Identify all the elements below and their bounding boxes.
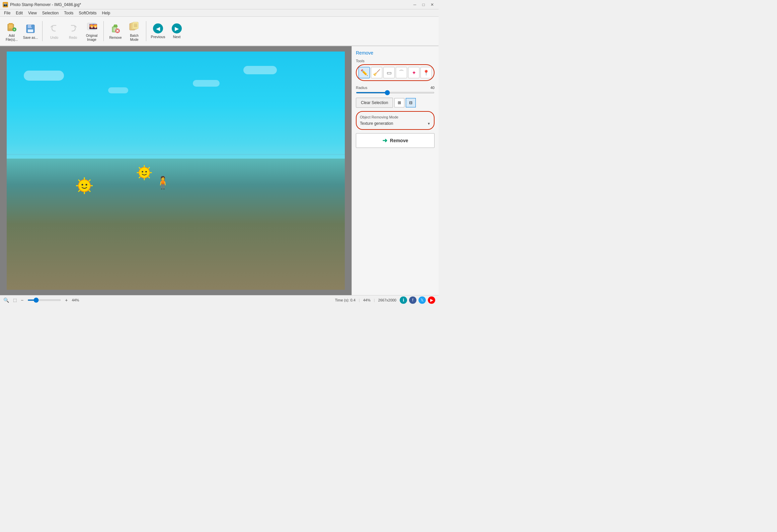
add-files-button[interactable]: + Add File(s)... [3, 18, 21, 44]
previous-icon: ◀ [153, 23, 163, 33]
undo-button[interactable]: Undo [45, 18, 63, 44]
twitter-icon[interactable]: 𝕏 [418, 296, 426, 304]
magic-wand-tool-button[interactable]: ✦ [408, 67, 419, 78]
zoom-status: 44% [363, 298, 371, 302]
emoji-sun-1 [74, 176, 94, 199]
zoom-slider[interactable] [27, 299, 61, 301]
cloud-3 [243, 66, 277, 74]
time-status: Time (s): 0.4 [335, 298, 355, 302]
svg-line-36 [78, 190, 80, 192]
select-shrink-button[interactable]: ⊟ [406, 98, 416, 107]
emoji-sun-2 [135, 164, 153, 185]
zoom-plus-button[interactable]: + [65, 297, 68, 303]
water [7, 159, 345, 290]
magic-wand-icon: ✦ [412, 70, 416, 76]
facebook-icon[interactable]: f [409, 296, 416, 304]
menu-edit[interactable]: Edit [13, 10, 25, 16]
menu-help[interactable]: Help [99, 10, 113, 16]
next-icon: ▶ [172, 23, 182, 33]
menu-file[interactable]: File [1, 10, 13, 16]
rect-select-tool-button[interactable]: ▭ [383, 67, 395, 78]
cloud-4 [108, 87, 128, 93]
svg-point-37 [82, 184, 83, 186]
mode-value: Texture generation [360, 121, 426, 126]
batch-mode-button[interactable]: Batch Mode [125, 18, 143, 44]
statusbar: 🔍 ⬚ − + 44% Time (s): 0.4 | 44% | 2667x2… [0, 295, 439, 304]
previous-label: Previous [151, 35, 165, 39]
original-image-button[interactable]: 🌄 🌄 Original Image [83, 18, 101, 44]
redo-icon [67, 23, 79, 35]
photo-bg: 🧍 [7, 52, 345, 290]
svg-point-39 [139, 167, 150, 178]
select-icon: ⬚ [13, 298, 17, 302]
add-files-icon: + [6, 21, 18, 33]
select-expand-button[interactable]: ⊞ [394, 98, 404, 107]
svg-point-48 [142, 171, 143, 173]
dimensions-status: 2667x2000 [378, 298, 396, 302]
mode-select-row[interactable]: Texture generation ▼ [360, 121, 431, 126]
radius-section: Radius 40 [356, 84, 435, 94]
svg-text:🌄: 🌄 [92, 24, 97, 29]
toolbar-separator-3 [146, 21, 146, 41]
canvas-area[interactable]: 🧍 [0, 46, 352, 295]
zoom-minus-button[interactable]: − [21, 297, 23, 303]
close-button[interactable]: ✕ [429, 2, 436, 8]
info-icon[interactable]: ℹ [400, 296, 407, 304]
save-as-button[interactable]: Save as... [21, 18, 40, 44]
svg-line-44 [139, 167, 141, 169]
cloud-1 [24, 71, 64, 81]
remove-arrow-icon: ➜ [382, 137, 387, 144]
eraser-tool-button[interactable]: 🧹 [371, 67, 382, 78]
add-files-label: Add File(s)... [4, 34, 19, 42]
pencil-tool-button[interactable]: ✏️ [359, 67, 370, 78]
menubar: File Edit View Selection Tools SoftOrbit… [0, 9, 439, 17]
mode-section: Object Removing Mode Texture generation … [356, 111, 435, 130]
toolbar-separator-1 [42, 21, 43, 41]
horizon [7, 154, 345, 155]
svg-text:+: + [13, 28, 15, 31]
remove-icon [109, 23, 122, 35]
remove-title: Remove [356, 50, 373, 56]
remove-toolbar-button[interactable]: Remove [106, 18, 125, 44]
remove-button-label: Remove [390, 138, 408, 143]
toolbar: + Add File(s)... Save as... Undo [0, 17, 439, 46]
social-icons: ℹ f 𝕏 ▶ [400, 296, 435, 304]
next-button[interactable]: ▶ Next [168, 18, 186, 44]
svg-point-49 [145, 171, 147, 173]
svg-point-38 [86, 184, 87, 186]
right-panel: Remove Tools ✏️ 🧹 ▭ ⌒ ✦ [352, 46, 439, 295]
selection-tools-row: Clear Selection ⊞ ⊟ [356, 98, 435, 108]
previous-button[interactable]: ◀ Previous [149, 18, 167, 44]
tools-section: Tools ✏️ 🧹 ▭ ⌒ ✦ 📍 [356, 59, 435, 81]
mode-label: Object Removing Mode [360, 115, 431, 119]
menu-view[interactable]: View [25, 10, 40, 16]
radius-value: 40 [431, 86, 435, 90]
radius-slider[interactable] [356, 92, 435, 93]
tools-label: Tools [356, 59, 435, 63]
lasso-icon: ⌒ [399, 69, 404, 76]
clear-selection-button[interactable]: Clear Selection [356, 98, 393, 108]
remove-button[interactable]: ➜ Remove [356, 133, 435, 148]
mode-dropdown-arrow[interactable]: ▼ [427, 122, 431, 125]
redo-button[interactable]: Redo [64, 18, 82, 44]
youtube-icon[interactable]: ▶ [428, 296, 435, 304]
stamp-tool-button[interactable]: 📍 [420, 67, 432, 78]
menu-softorbits[interactable]: SoftOrbits [76, 10, 99, 16]
photo-container: 🧍 [0, 46, 352, 295]
main-area: 🧍 [0, 46, 439, 295]
menu-selection[interactable]: Selection [40, 10, 61, 16]
remove-label: Remove [109, 36, 122, 40]
pencil-icon: ✏️ [361, 69, 368, 76]
minimize-button[interactable]: ─ [411, 2, 418, 8]
save-as-label: Save as... [23, 36, 38, 40]
maximize-button[interactable]: □ [420, 2, 427, 8]
undo-label: Undo [50, 36, 58, 40]
panel-title: Remove [356, 50, 435, 56]
svg-line-34 [89, 190, 90, 192]
svg-line-45 [148, 176, 150, 178]
menu-tools[interactable]: Tools [61, 10, 76, 16]
app-icon: 📷 [3, 2, 8, 7]
status-right: Time (s): 0.4 | 44% | 2667x2000 ℹ f 𝕏 ▶ [335, 296, 435, 304]
lasso-tool-button[interactable]: ⌒ [396, 67, 407, 78]
svg-rect-2 [9, 23, 13, 24]
